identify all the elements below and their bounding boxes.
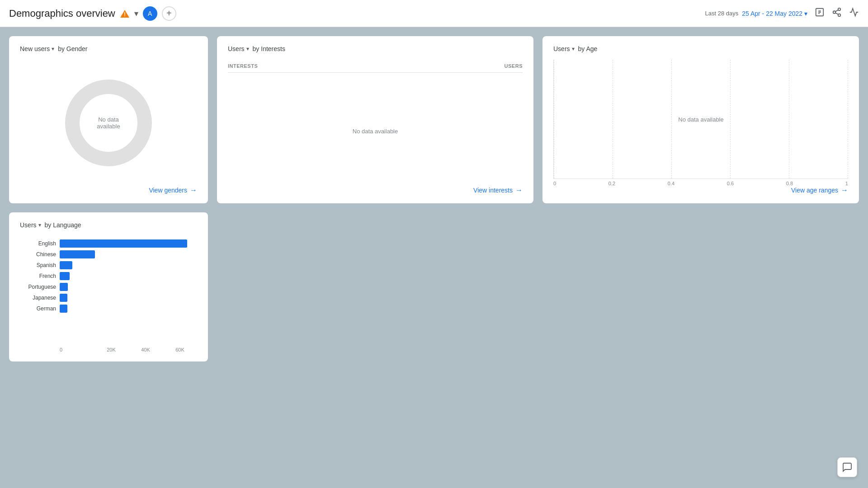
bar-row: Portuguese	[20, 283, 197, 291]
age-x-02: 0.2	[609, 181, 615, 186]
view-interests-arrow: →	[515, 186, 523, 194]
bar-fill-english	[60, 239, 187, 248]
gender-card-title: New users ▾ by Gender	[20, 45, 197, 52]
gender-card: New users ▾ by Gender No data available …	[9, 36, 208, 203]
date-range-label: Last 28 days	[705, 10, 739, 17]
feedback-button[interactable]	[837, 457, 857, 477]
view-age-ranges-link[interactable]: View age ranges →	[791, 186, 848, 194]
language-bar-chart: EnglishChineseSpanishFrenchPortugueseJap…	[20, 236, 197, 344]
view-age-arrow: →	[841, 186, 848, 194]
bar-row: Japanese	[20, 294, 197, 302]
svg-text:!: !	[124, 11, 126, 18]
language-x-axis: 0 20K 40K 60K	[60, 347, 197, 352]
bar-label-japanese: Japanese	[20, 295, 56, 301]
bar-label-german: German	[20, 305, 56, 312]
bar-fill-german	[60, 305, 67, 313]
bar-label-portuguese: Portuguese	[20, 284, 56, 290]
bar-fill-japanese	[60, 294, 67, 302]
bar-row: Spanish	[20, 261, 197, 269]
header-left: Demographics overview ! ▾ A +	[9, 6, 176, 21]
svg-line-9	[835, 13, 838, 14]
age-card: Users ▾ by Age No data available	[542, 36, 859, 203]
analytics-icon[interactable]	[849, 7, 859, 20]
interests-card-title: Users ▾ by Interests	[228, 45, 523, 52]
age-metric-dropdown[interactable]: ▾	[572, 46, 575, 52]
bar-row: English	[20, 239, 197, 248]
bar-track-chinese	[60, 250, 197, 258]
lang-x-0: 0	[60, 347, 94, 352]
gender-metric-dropdown[interactable]: ▾	[52, 46, 54, 52]
bar-label-spanish: Spanish	[20, 262, 56, 268]
svg-line-10	[835, 9, 838, 11]
svg-point-6	[838, 8, 841, 10]
svg-point-7	[833, 11, 836, 14]
interests-metric-dropdown[interactable]: ▾	[246, 46, 249, 52]
gender-donut: No data available	[63, 78, 154, 168]
age-chart-area: No data available 0 0.2 0.4 0.6 0.8 1	[553, 60, 848, 186]
bar-track-french	[60, 272, 197, 280]
top-row: New users ▾ by Gender No data available …	[9, 36, 859, 203]
lang-x-20k: 20K	[94, 347, 128, 352]
svg-point-8	[838, 14, 841, 16]
date-range-value[interactable]: 25 Apr - 22 May 2022 ▾	[742, 10, 807, 17]
page-dropdown[interactable]: ▾	[134, 9, 138, 19]
view-genders-link[interactable]: View genders →	[149, 186, 197, 194]
add-button[interactable]: +	[162, 6, 176, 21]
age-gridline-4	[730, 60, 731, 178]
lang-x-40k: 40K	[128, 347, 163, 352]
age-x-1: 1	[845, 181, 848, 186]
interests-table-header: INTERESTS USERS	[228, 60, 523, 73]
bar-fill-spanish	[60, 261, 72, 269]
interests-metric-label[interactable]: Users	[228, 45, 245, 52]
header-action-icons	[815, 7, 859, 20]
interests-by-label: by Interests	[253, 45, 285, 52]
language-by-label: by Language	[45, 221, 81, 229]
age-x-08: 0.8	[786, 181, 793, 186]
view-interests-link[interactable]: View interests →	[473, 186, 523, 194]
bar-track-japanese	[60, 294, 197, 302]
language-metric-label[interactable]: Users	[20, 221, 37, 229]
bar-row: Chinese	[20, 250, 197, 258]
header: Demographics overview ! ▾ A + Last 28 da…	[0, 0, 868, 27]
gender-by-label: by Gender	[58, 45, 87, 52]
age-gridline-2	[613, 60, 613, 178]
age-card-title: Users ▾ by Age	[553, 45, 848, 52]
bar-track-portuguese	[60, 283, 197, 291]
gender-donut-container: No data available	[20, 60, 197, 186]
language-card-title: Users ▾ by Language	[20, 221, 197, 229]
age-no-data: No data available	[678, 116, 723, 122]
age-x-0: 0	[553, 181, 556, 186]
age-by-label: by Age	[578, 45, 598, 52]
donut-no-data: No data available	[86, 116, 131, 130]
language-metric-dropdown[interactable]: ▾	[38, 222, 41, 228]
interests-card: Users ▾ by Interests INTERESTS USERS No …	[217, 36, 533, 203]
age-gridline-5	[789, 60, 789, 178]
user-avatar[interactable]: A	[143, 6, 157, 21]
date-range-container: Last 28 days 25 Apr - 22 May 2022 ▾	[705, 10, 807, 17]
bar-label-french: French	[20, 273, 56, 279]
age-chart-grid: No data available	[553, 60, 848, 179]
bar-track-spanish	[60, 261, 197, 269]
bar-label-chinese: Chinese	[20, 251, 56, 258]
share-icon[interactable]	[832, 7, 842, 20]
bar-track-english	[60, 239, 197, 248]
age-metric-label[interactable]: Users	[553, 45, 570, 52]
lang-x-60k: 60K	[163, 347, 197, 352]
bar-fill-french	[60, 272, 70, 280]
interests-col-interests: INTERESTS	[228, 63, 258, 69]
interests-col-users: USERS	[505, 63, 523, 69]
bar-label-english: English	[20, 240, 56, 247]
age-x-06: 0.6	[727, 181, 734, 186]
gender-metric-label[interactable]: New users	[20, 45, 50, 52]
edit-icon[interactable]	[815, 7, 825, 20]
interests-no-data: No data available	[228, 76, 523, 186]
warning-icon: !	[120, 9, 130, 18]
bar-row: German	[20, 305, 197, 313]
age-gridline-1	[554, 60, 554, 178]
bar-track-german	[60, 305, 197, 313]
age-gridline-3	[671, 60, 672, 178]
bar-row: French	[20, 272, 197, 280]
view-genders-arrow: →	[190, 186, 197, 194]
age-x-04: 0.4	[668, 181, 675, 186]
bar-fill-chinese	[60, 250, 95, 258]
